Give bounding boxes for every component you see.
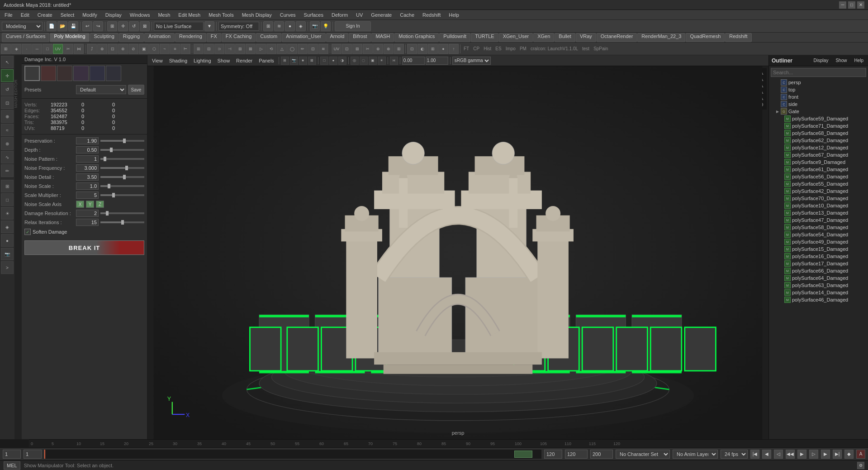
outliner-item-ps70[interactable]: M polySurface70_Damaged xyxy=(769,195,868,202)
goto-end-btn[interactable]: ▶| xyxy=(833,450,842,459)
highlight-btn[interactable]: ◐ xyxy=(417,44,427,54)
noise-scale-handle[interactable] xyxy=(108,184,110,188)
tab-fx[interactable]: FX xyxy=(207,33,221,42)
vertex-btn[interactable]: · xyxy=(22,44,32,54)
preservation-input[interactable] xyxy=(76,137,99,144)
tab-xgen[interactable]: XGen xyxy=(533,33,554,42)
axis-z-btn[interactable]: Z xyxy=(96,201,104,208)
menu-cache[interactable]: Cache xyxy=(398,11,416,19)
normals-btn[interactable]: ↑ xyxy=(449,44,459,54)
component-btn[interactable]: ◈ xyxy=(11,44,21,54)
current-frame-input[interactable] xyxy=(3,450,21,459)
vp-fit-btn[interactable]: ⊠ xyxy=(308,57,316,65)
outliner-item-ps10[interactable]: M polySurface10_Damaged xyxy=(769,202,868,209)
tab-bullet[interactable]: Bullet xyxy=(555,33,575,42)
tab-sculpting[interactable]: Sculpting xyxy=(90,33,119,42)
close-button[interactable]: ✕ xyxy=(857,1,864,9)
vp-menu-show[interactable]: Show xyxy=(215,57,233,64)
outliner-item-ps13[interactable]: M polySurface13_Damaged xyxy=(769,209,868,216)
lattice-btn[interactable]: ⊡ xyxy=(308,44,318,54)
gamma-select[interactable]: sRGB gamma xyxy=(452,57,491,65)
tab-xgen-user[interactable]: XGen_User xyxy=(499,33,533,42)
mesh-icon-6[interactable] xyxy=(106,66,121,81)
snap-curve-btn[interactable]: ≋ xyxy=(274,21,284,31)
new-file-btn[interactable]: 📄 xyxy=(47,21,57,31)
vp-hud-btn[interactable]: H xyxy=(390,57,398,65)
move-tool-btn[interactable]: ✛ xyxy=(1,69,14,82)
camera-btn[interactable]: 📷 xyxy=(310,21,320,31)
mesh-icon-1[interactable] xyxy=(24,66,40,81)
sign-in-btn[interactable]: Sign In xyxy=(335,21,371,31)
axis-y-btn[interactable]: Y xyxy=(86,201,94,208)
noise-pattern-input[interactable] xyxy=(76,155,99,163)
noise-scale-slider[interactable] xyxy=(100,185,144,187)
tab-quadremesh[interactable]: QuadRemesh xyxy=(686,33,725,42)
tab-turtle[interactable]: TURTLE xyxy=(471,33,498,42)
prev-key-btn[interactable]: ◁ xyxy=(774,450,783,459)
vp-scale-input[interactable] xyxy=(426,57,448,65)
menu-curves[interactable]: Curves xyxy=(278,11,298,19)
tab-vray[interactable]: VRay xyxy=(576,33,596,42)
menu-modify[interactable]: Modify xyxy=(81,11,99,19)
axis-x-btn[interactable]: X xyxy=(76,201,84,208)
rotate-btn[interactable]: ↺ xyxy=(129,21,139,31)
outliner-item-gate[interactable]: ▶ G Gate xyxy=(769,108,868,115)
menu-generate[interactable]: Generate xyxy=(369,11,394,19)
outliner-item-ps14[interactable]: M polySurface14_Damaged xyxy=(769,289,868,296)
vp-menu-panels[interactable]: Panels xyxy=(256,57,277,64)
outliner-item-ps17[interactable]: M polySurface17_Damaged xyxy=(769,260,868,267)
play-btn[interactable]: ▶ xyxy=(797,450,806,459)
separate-btn[interactable]: ⊟ xyxy=(204,44,214,54)
start-frame-input[interactable] xyxy=(24,450,42,459)
preservation-handle[interactable] xyxy=(123,139,126,143)
lighting-btn[interactable]: ☀ xyxy=(1,207,14,220)
combine-btn[interactable]: ⊞ xyxy=(194,44,204,54)
vp-camera-btn[interactable]: 📷 xyxy=(290,57,298,65)
outliner-item-ps49[interactable]: M polySurface49_Damaged xyxy=(769,238,868,245)
tab-poly-modeling[interactable]: Poly Modeling xyxy=(50,33,89,42)
noise-detail-handle[interactable] xyxy=(123,175,126,179)
vp-smooth-btn[interactable]: ● xyxy=(329,57,337,65)
outliner-item-ps67[interactable]: M polySurface67_Damaged xyxy=(769,151,868,158)
spin-btn[interactable]: ⟲ xyxy=(266,44,276,54)
offset-btn[interactable]: ▣ xyxy=(139,44,149,54)
mesh-icon-2[interactable] xyxy=(41,66,56,81)
status-options-btn[interactable]: ⚙ xyxy=(857,462,864,469)
preservation-slider[interactable] xyxy=(100,140,144,142)
outliner-item-ps46[interactable]: M polySurface46_Damaged xyxy=(769,296,868,303)
menu-mesh-display[interactable]: Mesh Display xyxy=(240,11,274,19)
damage-res-slider[interactable] xyxy=(100,212,144,214)
uv-cut-btn[interactable]: ✂ xyxy=(363,44,373,54)
relax-iter-handle[interactable] xyxy=(121,220,124,225)
key-btn[interactable]: ◆ xyxy=(844,450,854,459)
tab-octane[interactable]: OctaneRender xyxy=(597,33,637,42)
rotate-tool-btn[interactable]: ↺ xyxy=(1,83,14,96)
multicut-btn[interactable]: ✂ xyxy=(63,44,73,54)
outliner-item-ps42[interactable]: M polySurface42_Damaged xyxy=(769,187,868,195)
tab-mash[interactable]: MASH xyxy=(371,33,394,42)
mesh-icon-3[interactable] xyxy=(57,66,72,81)
tab-arnold[interactable]: Arnold xyxy=(326,33,349,42)
tab-fx-caching[interactable]: FX Caching xyxy=(222,33,256,42)
menu-edit-mesh[interactable]: Edit Mesh xyxy=(176,11,202,19)
scale-mult-slider[interactable] xyxy=(100,194,144,196)
menu-surfaces[interactable]: Surfaces xyxy=(302,11,325,19)
outliner-item-ps64[interactable]: M polySurface64_Damaged xyxy=(769,274,868,282)
paint-sel-btn[interactable]: ✏ xyxy=(298,44,308,54)
depth-handle[interactable] xyxy=(110,148,113,152)
mesh-icon-5[interactable] xyxy=(90,66,105,81)
end-frame-input[interactable] xyxy=(544,450,562,459)
smooth-btn[interactable]: ~ xyxy=(160,44,170,54)
live-surface-arrow[interactable]: ▼ xyxy=(204,21,214,31)
vp-wireframe-btn[interactable]: □ xyxy=(320,57,328,65)
outliner-item-ps55[interactable]: M polySurface55_Damaged xyxy=(769,180,868,187)
vp-layout-btn[interactable]: ⊞ xyxy=(281,57,289,65)
depth-input[interactable] xyxy=(76,146,99,153)
paint-sel-tool-btn[interactable]: ✏ xyxy=(1,164,14,177)
loop-cut-btn[interactable]: ⊘ xyxy=(128,44,138,54)
save-btn[interactable]: 💾 xyxy=(68,21,78,31)
snap-tool-btn[interactable]: ⊗ xyxy=(1,137,14,150)
vp-value-input[interactable] xyxy=(402,57,425,65)
menu-uv[interactable]: UV xyxy=(354,11,365,19)
uv-snap-btn[interactable]: ⊗ xyxy=(384,44,394,54)
